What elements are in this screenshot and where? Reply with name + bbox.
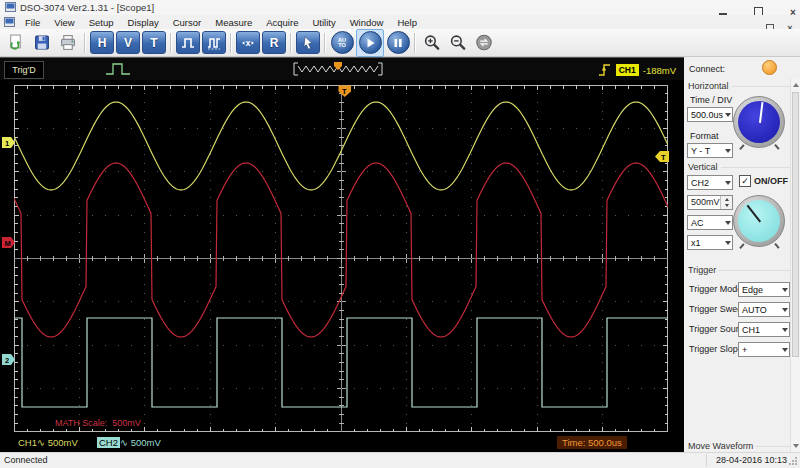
move-waveform-header: Move Waveform <box>688 441 794 451</box>
vertical-scale-spinner[interactable]: 500mV <box>687 195 733 210</box>
pulse2-icon <box>206 35 222 51</box>
vertical-knob[interactable] <box>733 195 785 247</box>
scrollbar-up-icon <box>791 79 800 90</box>
control-panel: Connect: Horizontal Time / DIV 500.0us F… <box>684 57 800 452</box>
run-button-face <box>359 31 382 54</box>
menu-item-cursor[interactable]: Cursor <box>166 16 209 29</box>
spinner-down-icon <box>721 203 732 210</box>
menu-bar: FileViewSetupDisplayCursorMeasureAcquire… <box>0 15 800 29</box>
vertical-button-face: V <box>116 31 140 54</box>
open-button[interactable] <box>4 31 28 55</box>
menu-item-utility[interactable]: Utility <box>305 16 342 29</box>
toolbar-separator <box>170 33 172 53</box>
pause-button-face <box>387 31 410 54</box>
save-button[interactable] <box>30 31 54 55</box>
panel-scrollbar[interactable] <box>790 78 800 452</box>
math-icon: x <box>240 35 256 51</box>
zoom-in-button[interactable] <box>420 31 444 55</box>
trigger-button[interactable]: T <box>142 31 166 55</box>
mdi-restore-button[interactable] <box>764 17 776 27</box>
trigger-select-value: CH1 <box>739 325 780 335</box>
pulse-button[interactable] <box>176 31 200 55</box>
trigger-select-trigger-slope[interactable]: + <box>738 342 790 357</box>
horizontal-knob[interactable] <box>733 96 785 148</box>
time-div-select[interactable]: 500.0us <box>687 107 733 122</box>
ch2-coupling-icon: ∿ <box>120 437 128 448</box>
connect-label: Connect: <box>689 64 725 74</box>
scope-plot-area[interactable] <box>14 85 668 432</box>
chevron-down-icon <box>780 308 789 312</box>
menu-item-help[interactable]: Help <box>390 16 424 29</box>
mdi-minimize-button[interactable] <box>744 17 756 27</box>
zoom-in-icon <box>423 34 441 51</box>
run-button[interactable] <box>358 31 382 55</box>
menu-item-view[interactable]: View <box>47 16 81 29</box>
probe-select[interactable]: x1 <box>687 235 733 250</box>
menu-item-setup[interactable]: Setup <box>82 16 121 29</box>
toolbar-separator <box>84 33 86 53</box>
run-button-selected-highlight <box>356 29 384 57</box>
trigger-button-label: T <box>150 37 157 49</box>
close-button[interactable]: × <box>782 2 800 13</box>
trigger-select-value: Edge <box>739 285 780 295</box>
rising-edge-icon <box>598 62 612 78</box>
scrollbar-thumb[interactable] <box>792 92 799 357</box>
trigger-group-header: Trigger <box>688 265 794 275</box>
horizontal-button[interactable]: H <box>90 31 114 55</box>
pulse-measure-button[interactable] <box>202 31 226 55</box>
page-refresh-icon <box>7 34 25 51</box>
autoset-button[interactable]: AUTO <box>330 31 354 55</box>
trigger-level-marker[interactable]: T <box>655 151 669 163</box>
onoff-label: ON/OFF <box>754 176 788 186</box>
pulse-glyph-icon <box>105 61 131 77</box>
maximize-button[interactable] <box>747 2 769 13</box>
math-position-marker[interactable]: M <box>2 237 16 249</box>
ch2-scale-readout: CH2∿ 500mV <box>97 437 161 448</box>
mdi-close-button[interactable]: × <box>784 17 796 27</box>
status-bar: Connected 28-04-2016 10:13 <box>0 452 800 468</box>
trigger-select-trigger-source[interactable]: CH1 <box>738 322 790 337</box>
ch2-position-marker[interactable]: 2 <box>2 354 16 366</box>
horizontal-group-header: Horizontal <box>688 81 794 91</box>
self-calibration-button[interactable] <box>472 31 496 55</box>
trigger-select-value: AUTO <box>739 305 780 315</box>
cursor-button[interactable] <box>296 31 320 55</box>
minimize-button[interactable] <box>712 2 734 13</box>
pulse-button-face <box>176 31 200 54</box>
math-scale-readout: MATH Scale: 500mV <box>55 418 141 428</box>
pause-button[interactable] <box>386 31 410 55</box>
vertical-channel-select[interactable]: CH2 <box>687 175 733 190</box>
play-icon <box>362 35 378 51</box>
connection-status: Connected <box>4 455 48 465</box>
trigger-select-trigger-sweep[interactable]: AUTO <box>738 302 790 317</box>
coupling-select[interactable]: AC <box>687 215 733 230</box>
floppy-icon <box>33 34 51 51</box>
trigger-select-trigger-mode[interactable]: Edge <box>738 282 790 297</box>
math-button[interactable]: x <box>236 31 260 55</box>
menu-item-window[interactable]: Window <box>343 16 391 29</box>
datetime-readout: 28-04-2016 10:13 <box>716 455 787 465</box>
statusbar-divider <box>706 454 707 467</box>
waveform-position-indicator[interactable] <box>292 61 384 77</box>
vertical-button[interactable]: V <box>116 31 140 55</box>
menu-item-display[interactable]: Display <box>121 16 166 29</box>
format-select[interactable]: Y - T <box>687 143 733 158</box>
trigger-source-badge: CH1 <box>616 64 639 76</box>
printer-icon <box>59 34 77 51</box>
record-button[interactable]: R <box>262 31 286 55</box>
menu-item-measure[interactable]: Measure <box>208 16 259 29</box>
ch1-position-marker[interactable]: 1 <box>2 137 16 149</box>
resize-grip[interactable] <box>788 456 798 466</box>
record-button-face: R <box>262 31 286 54</box>
title-bar: DSO-3074 Ver2.1.31 - [Scope1] × <box>0 0 800 15</box>
menu-item-acquire[interactable]: Acquire <box>259 16 305 29</box>
math-marker-label: M <box>5 239 11 248</box>
menu-item-file[interactable]: File <box>18 16 47 29</box>
scope-document-icon <box>4 17 15 27</box>
print-button[interactable] <box>56 31 80 55</box>
trigger-status-badge: Trig'D <box>4 61 44 79</box>
zoom-out-button[interactable] <box>446 31 470 55</box>
channel-onoff-checkbox[interactable]: ✓ ON/OFF <box>739 175 788 187</box>
ch2-badge: CH2 <box>97 437 120 448</box>
trigger-time-marker[interactable]: T <box>338 85 352 98</box>
